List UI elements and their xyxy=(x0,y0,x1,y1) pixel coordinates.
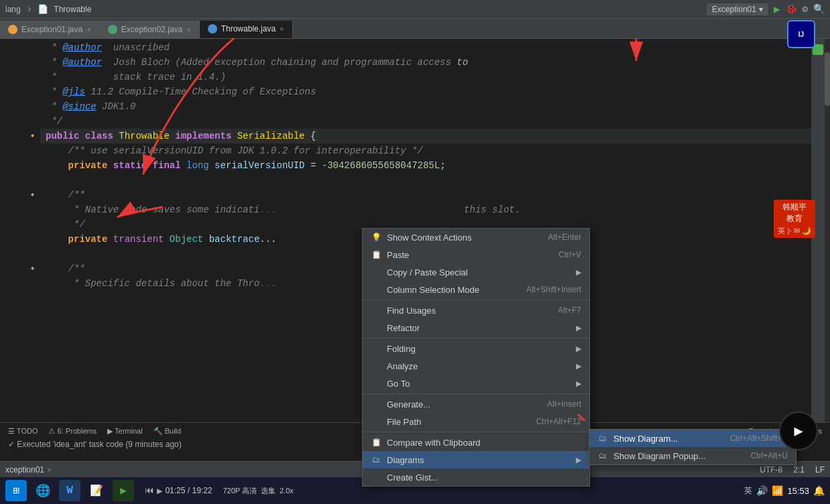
status-encoding[interactable]: UTF-8 xyxy=(760,465,782,475)
gutter-line xyxy=(0,157,40,172)
menu-create-gist[interactable]: Create Gist... xyxy=(363,468,589,486)
status-label-exception01: xception01 xyxy=(5,465,44,475)
diagrams-submenu: 🗂 Show Diagram... Ctrl+Alt+Shift+U 🗂 Sho… xyxy=(589,429,796,465)
gutter-line xyxy=(0,245,40,260)
menu-label-show-context-actions: Show Context Actions xyxy=(387,233,471,243)
tab-throwable[interactable]: Throwable.java × xyxy=(200,21,293,38)
build-tab-todo[interactable]: ☰ TODO xyxy=(5,426,40,437)
build-tab-build[interactable]: 🔨 Build xyxy=(151,426,184,437)
taskbar-media-prev[interactable]: ⏮ xyxy=(145,485,154,496)
taskbar-tray-network[interactable]: 📶 xyxy=(772,485,783,497)
code-line-4: * @jls 11.2 Compile-Time Checking of Exc… xyxy=(40,84,811,99)
floating-widget-extras: 英 )· ✉ 🌙 xyxy=(778,226,811,236)
taskbar-browser-icon[interactable]: 🌐 xyxy=(32,480,54,501)
tab-exception01[interactable]: Exception01.java × xyxy=(0,21,100,38)
taskbar-selection: 选集 xyxy=(261,486,276,496)
video-play-icon: ▶ xyxy=(794,422,803,440)
menu-compare-clipboard[interactable]: 📋 Compare with Clipboard xyxy=(363,434,589,451)
debug-icon[interactable]: 🐞 xyxy=(786,3,797,15)
analyze-icon xyxy=(371,361,381,371)
taskbar-time-value: 15:53 xyxy=(787,486,809,496)
taskbar-windows-icon[interactable]: ⊞ xyxy=(5,480,27,501)
tab-close-exception01[interactable]: × xyxy=(86,25,91,34)
show-diagram-popup-icon: 🗂 xyxy=(597,450,608,461)
code-line-5: * @since JDK1.0 xyxy=(40,99,811,114)
gutter-line xyxy=(0,54,40,68)
build-tab-problems[interactable]: ⚠ 6: Problems xyxy=(46,426,99,437)
status-close-exception01[interactable]: × xyxy=(47,466,51,474)
code-line-1: * @author unascribed xyxy=(40,40,811,55)
status-lf[interactable]: LF xyxy=(815,465,825,475)
shortcut-show-context-actions: Alt+Enter xyxy=(548,233,581,242)
floating-widget-line2: 教育 xyxy=(778,213,811,225)
column-selection-icon xyxy=(371,284,381,295)
tab-icon-exception02 xyxy=(108,25,117,34)
menu-folding[interactable]: Folding ▶ xyxy=(363,340,589,357)
code-line-7: public class Throwable implements Serial… xyxy=(40,129,811,143)
menu-label-paste: Paste xyxy=(387,250,409,260)
menu-copy-paste-special[interactable]: Copy / Paste Special ▶ xyxy=(363,263,589,281)
context-actions-icon: 💡 xyxy=(371,232,381,243)
scrollbar-thumb[interactable] xyxy=(825,52,830,106)
taskbar-app-play[interactable]: ▶ xyxy=(113,480,134,501)
taskbar-app-w[interactable]: W xyxy=(59,480,80,501)
dropdown-arrow-icon: ▾ xyxy=(759,5,763,14)
floating-widget-line1: 韩顺平 xyxy=(778,202,811,213)
menu-paste[interactable]: 📋 Paste Ctrl+V xyxy=(363,246,589,263)
code-line-6: */ xyxy=(40,114,811,129)
menu-label-diagrams: Diagrams xyxy=(387,455,424,465)
submenu-arrow-refactor: ▶ xyxy=(576,324,581,332)
taskbar-notification[interactable]: 🔔 xyxy=(813,485,825,497)
menu-separator-2 xyxy=(363,338,589,338)
menu-label-file-path: File Path xyxy=(387,417,421,427)
taskbar-tray-volume[interactable]: 🔊 xyxy=(756,485,768,497)
video-player-widget[interactable]: ▶ xyxy=(779,412,818,450)
submenu-arrow-goto: ▶ xyxy=(576,379,581,388)
submenu-show-diagram-popup[interactable]: 🗂 Show Diagram Popup... Ctrl+Alt+U xyxy=(589,447,796,464)
menu-label-refactor: Refactor xyxy=(387,323,420,333)
menu-separator-1 xyxy=(363,300,589,300)
menu-label-copy-paste-special: Copy / Paste Special xyxy=(387,267,468,277)
menu-find-usages[interactable]: Find Usages Alt+F7 xyxy=(363,302,589,319)
menu-column-selection-mode[interactable]: Column Selection Mode Alt+Shift+Insert xyxy=(363,281,589,298)
taskbar-app-docs[interactable]: 📝 xyxy=(86,480,107,501)
tab-close-throwable[interactable]: × xyxy=(280,25,284,33)
gutter-line xyxy=(0,113,40,127)
menu-generate[interactable]: Generate... Alt+Insert xyxy=(363,395,589,413)
menu-refactor[interactable]: Refactor ▶ xyxy=(363,319,589,336)
gutter-line xyxy=(0,98,40,113)
gutter-line xyxy=(0,216,40,231)
taskbar-zoom: 2.0x xyxy=(280,487,294,495)
code-line-8: /** use serialVersionUID from JDK 1.0.2 … xyxy=(40,143,811,158)
gutter-line xyxy=(0,275,40,290)
taskbar-time-label: 01:25 / 19:22 xyxy=(165,486,212,495)
gist-icon xyxy=(371,472,381,483)
menu-file-path[interactable]: File Path Ctrl+Alt+F12 xyxy=(363,413,589,430)
menu-go-to[interactable]: Go To ▶ xyxy=(363,375,589,392)
line-gutter: ⬥ ⬥ ⬥ xyxy=(0,39,40,422)
submenu-show-diagram[interactable]: 🗂 Show Diagram... Ctrl+Alt+Shift+U xyxy=(589,430,796,447)
tab-exception02[interactable]: Exception02.java × xyxy=(100,21,200,38)
title-filename: Throwable xyxy=(54,5,91,14)
taskbar-media-play[interactable]: ▶ xyxy=(157,485,162,497)
build-tab-terminal[interactable]: ▶ Terminal xyxy=(105,426,145,437)
submenu-label-show-diagram: Show Diagram... xyxy=(613,434,678,444)
tab-close-exception02[interactable]: × xyxy=(186,25,190,34)
menu-analyze[interactable]: Analyze ▶ xyxy=(363,357,589,375)
run-icon[interactable]: ▶ xyxy=(774,3,780,16)
status-exception01[interactable]: xception01 × xyxy=(5,465,51,475)
menu-label-find-usages: Find Usages xyxy=(387,306,436,316)
status-line-col[interactable]: 2:1 xyxy=(793,465,805,475)
menu-label-compare-clipboard: Compare with Clipboard xyxy=(387,438,480,448)
gutter-line xyxy=(0,142,40,157)
code-line-3: * stack trace in 1.4.) xyxy=(40,70,811,84)
menu-show-context-actions[interactable]: 💡 Show Context Actions Alt+Enter xyxy=(363,229,589,246)
settings-icon[interactable]: ⚙ xyxy=(803,3,808,15)
menu-label-folding: Folding xyxy=(387,344,416,354)
shortcut-find-usages: Alt+F7 xyxy=(558,306,581,315)
gutter-line-method2: ⬥ xyxy=(0,260,40,275)
vertical-scrollbar[interactable] xyxy=(825,39,830,422)
search-everywhere-icon[interactable]: 🔍 xyxy=(813,3,825,15)
run-config-selector[interactable]: Exception01 ▾ xyxy=(707,3,768,15)
menu-diagrams[interactable]: 🗂 Diagrams ▶ xyxy=(363,451,589,468)
